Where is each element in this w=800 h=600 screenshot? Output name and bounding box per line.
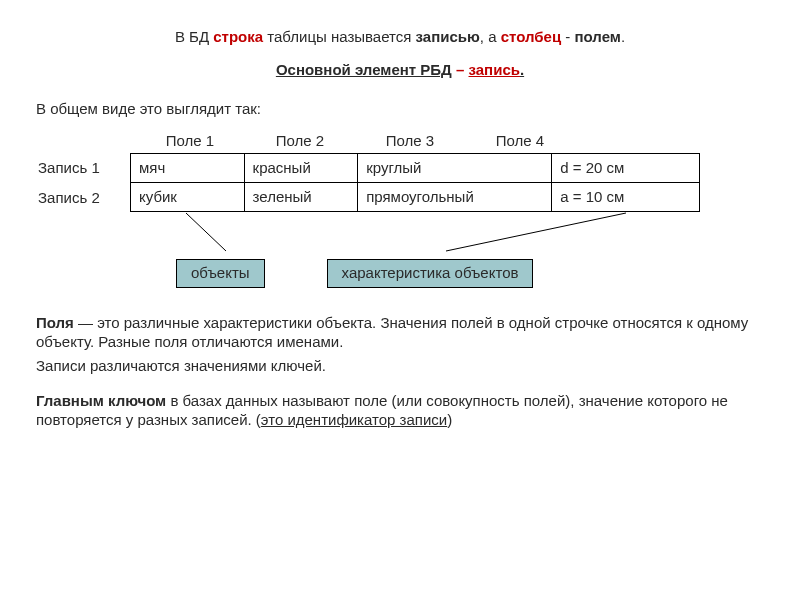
- row-header-2: Запись 2: [36, 183, 126, 213]
- callout-objects: объекты: [176, 259, 265, 288]
- para3-ul: это идентификатор записи: [261, 411, 447, 428]
- table-row: мяч красный круглый d = 20 см: [131, 154, 700, 183]
- title2-text1: Основной элемент РБД: [276, 61, 452, 78]
- svg-line-0: [186, 213, 226, 251]
- para1-rest: — это различные характеристики объекта. …: [36, 314, 748, 350]
- title2-end: .: [520, 61, 524, 78]
- title1-mid2: , а: [480, 28, 501, 45]
- cell-r1c2: красный: [244, 154, 358, 183]
- title1-word-zapisyu: записью: [416, 28, 480, 45]
- col-header-4: Поле 4: [474, 132, 584, 151]
- title1-word-polem: полем: [574, 28, 620, 45]
- document-page: В БД строка таблицы называется записью, …: [0, 0, 800, 600]
- row-headers: Запись 1 Запись 2: [36, 153, 130, 213]
- intro-text: В общем виде это выглядит так:: [36, 100, 764, 119]
- column-headers: Поле 1 Поле 2 Поле 3 Поле 4: [144, 132, 764, 151]
- para3-lead: Главным ключом: [36, 392, 166, 409]
- cell-r1c4: d = 20 см: [552, 154, 700, 183]
- cell-r2c3: прямоугольный: [358, 183, 552, 212]
- title2-text2: запись: [469, 61, 520, 78]
- data-table: мяч красный круглый d = 20 см кубик зеле…: [130, 153, 700, 212]
- para1-lead: Поля: [36, 314, 74, 331]
- row-header-1: Запись 1: [36, 153, 126, 183]
- title1-pre: В БД: [175, 28, 213, 45]
- callout-boxes: объекты характеристика объектов: [176, 259, 764, 288]
- svg-line-1: [446, 213, 626, 251]
- cell-r2c1: кубик: [131, 183, 245, 212]
- cell-r1c1: мяч: [131, 154, 245, 183]
- table-row: кубик зеленый прямоугольный a = 10 см: [131, 183, 700, 212]
- cell-r1c3: круглый: [358, 154, 552, 183]
- col-header-1: Поле 1: [144, 132, 254, 151]
- title1-mid3: -: [561, 28, 574, 45]
- title1-mid1: таблицы называется: [263, 28, 415, 45]
- title-line-2: Основной элемент РБД – запись.: [36, 61, 764, 80]
- para3-end: ): [447, 411, 452, 428]
- col-header-3: Поле 3: [364, 132, 474, 151]
- table-block: Поле 1 Поле 2 Поле 3 Поле 4 Запись 1 Зап…: [36, 132, 764, 257]
- title-line-1: В БД строка таблицы называется записью, …: [36, 28, 764, 47]
- title2-dash: –: [452, 61, 469, 78]
- title1-end: .: [621, 28, 625, 45]
- cell-r2c2: зеленый: [244, 183, 358, 212]
- paragraph-key: Главным ключом в базах данных называют п…: [36, 392, 764, 430]
- title1-word-stolbets: столбец: [501, 28, 561, 45]
- col-header-2: Поле 2: [254, 132, 364, 151]
- callout-characteristics: характеристика объектов: [327, 259, 534, 288]
- paragraph-records: Записи различаются значениями ключей.: [36, 357, 764, 376]
- paragraph-fields: Поля — это различные характеристики объе…: [36, 314, 764, 352]
- title1-word-stroka: строка: [213, 28, 263, 45]
- connector-lines: [126, 213, 696, 257]
- cell-r2c4: a = 10 см: [552, 183, 700, 212]
